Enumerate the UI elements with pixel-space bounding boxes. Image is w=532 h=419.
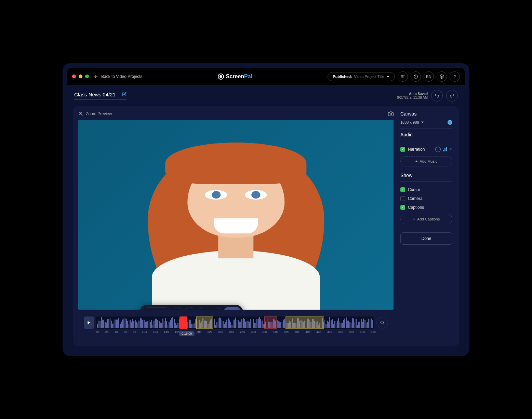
play-icon xyxy=(87,321,91,325)
checkbox-checked-icon: ✓ xyxy=(400,205,405,210)
done-button[interactable]: Done xyxy=(400,232,452,245)
timeline-tick: 24s xyxy=(218,330,223,334)
snapshot-button[interactable] xyxy=(388,111,394,117)
layers-icon xyxy=(439,74,444,79)
timeline-tick: 44s xyxy=(327,330,332,334)
timeline-tick: 46s xyxy=(338,330,343,334)
camera-toggle[interactable]: Camera xyxy=(400,194,452,203)
timeline-tick: 12s xyxy=(153,330,158,334)
language-button[interactable]: EN xyxy=(424,71,434,82)
info-icon[interactable]: ! xyxy=(435,147,441,152)
timeline-tick: 52s xyxy=(371,330,376,334)
minimize-window[interactable] xyxy=(79,75,82,78)
arrow-left-icon xyxy=(94,74,98,79)
project-title[interactable]: Class News 04/21 xyxy=(74,92,127,100)
history-button[interactable] xyxy=(411,71,421,82)
autosave-status: Auto Saved 9/27/22 at 11:38 AM xyxy=(397,92,428,99)
back-button[interactable]: Back to Video Projects xyxy=(94,74,143,79)
timeline-cut-marker[interactable] xyxy=(179,316,187,329)
maximize-window[interactable] xyxy=(85,75,89,78)
timeline-tick: 50s xyxy=(360,330,365,334)
timeline-tick: 40s xyxy=(305,330,310,334)
timeline-tick: 34s xyxy=(273,330,278,334)
timeline-track[interactable] xyxy=(96,316,374,329)
svg-point-1 xyxy=(390,113,391,115)
cut-help-button[interactable]: ? xyxy=(172,307,183,310)
layers-button[interactable] xyxy=(437,71,447,82)
timeline-region-3[interactable] xyxy=(285,316,324,329)
back-label: Back to Video Projects xyxy=(101,74,143,79)
checkbox-unchecked-icon xyxy=(400,196,405,201)
cursor-toggle[interactable]: ✓ Cursor xyxy=(400,185,452,194)
audio-level-icon[interactable] xyxy=(443,147,447,151)
plus-icon: + xyxy=(413,217,415,221)
timeline-tick: 48s xyxy=(349,330,354,334)
timeline-ticks: 0s2s4s6s8s10s12s14s16s18s20s22s24s26s28s… xyxy=(84,329,388,334)
audio-section-title: Audio xyxy=(400,132,452,137)
timeline-tick: 22s xyxy=(207,330,212,334)
timeline-tick: 32s xyxy=(262,330,267,334)
timeline-tick: 2s xyxy=(105,330,109,334)
title-row: Class News 04/21 Auto Saved 9/27/22 at 1… xyxy=(67,85,465,106)
window-controls xyxy=(72,75,89,78)
cut-toolbar: ✂ 1.16 sec ? Cancel OK xyxy=(140,305,243,310)
waveform xyxy=(96,316,374,329)
right-sidebar: Canvas 1638 x 986 Audio ✓ Narration ! + … xyxy=(399,106,454,340)
add-music-button[interactable]: + Add Music xyxy=(400,156,452,166)
playhead-time-badge: 0:16:00 xyxy=(179,331,195,336)
edit-icon[interactable] xyxy=(122,92,127,97)
timeline-tick: 26s xyxy=(229,330,234,334)
timeline-region-2[interactable] xyxy=(264,316,277,329)
preview-frame-content xyxy=(78,120,394,310)
list-icon xyxy=(400,74,405,79)
redo-icon xyxy=(449,93,455,98)
video-preview[interactable]: ✂ 1.16 sec ? Cancel OK xyxy=(78,120,394,310)
redo-button[interactable] xyxy=(446,90,458,102)
history-icon xyxy=(413,74,418,79)
canvas-color-swatch[interactable] xyxy=(448,120,452,125)
cut-cancel-button[interactable]: Cancel xyxy=(197,307,221,310)
cut-ok-button[interactable]: OK xyxy=(224,307,241,310)
cut-play-button[interactable] xyxy=(185,307,195,310)
timeline-tick: 28s xyxy=(240,330,245,334)
canvas-section-title: Canvas xyxy=(400,111,452,117)
timeline-tick: 38s xyxy=(294,330,300,334)
list-button[interactable] xyxy=(398,71,408,82)
app-logo: ScreenPal xyxy=(218,73,252,80)
timeline-tick: 8s xyxy=(133,330,136,334)
canvas-dimensions-dropdown[interactable]: 1638 x 986 xyxy=(400,120,452,125)
timeline: 0s2s4s6s8s10s12s14s16s18s20s22s24s26s28s… xyxy=(78,310,394,336)
timeline-tick: 14s xyxy=(164,330,169,334)
timeline-tick: 4s xyxy=(115,330,118,334)
timeline-play-button[interactable] xyxy=(84,316,94,329)
svg-point-2 xyxy=(381,321,383,324)
add-captions-button[interactable]: + Add Captions xyxy=(400,214,452,224)
timeline-region-1[interactable] xyxy=(196,316,213,329)
main-panel: Zoom Preview ✂ xyxy=(73,106,459,346)
timeline-zoom-button[interactable] xyxy=(376,317,388,328)
magnifier-icon xyxy=(380,320,385,325)
help-button[interactable]: ? xyxy=(450,71,460,82)
preview-column: Zoom Preview ✂ xyxy=(78,106,394,340)
plus-icon: + xyxy=(415,159,417,163)
timeline-tick: 6s xyxy=(124,330,127,334)
publish-label: Published: xyxy=(333,75,352,79)
undo-icon xyxy=(434,93,440,98)
timeline-tick: 20s xyxy=(197,330,202,334)
publish-dropdown[interactable]: Published: Video Project Title xyxy=(328,72,395,81)
close-window[interactable] xyxy=(72,75,76,78)
chevron-down-icon[interactable] xyxy=(449,148,452,151)
captions-toggle[interactable]: ✓ Captions xyxy=(400,203,452,212)
timeline-tick: 36s xyxy=(283,330,289,334)
narration-toggle[interactable]: ✓ Narration ! xyxy=(400,145,452,154)
publish-title: Video Project Title xyxy=(354,75,384,79)
zoom-preview-label[interactable]: Zoom Preview xyxy=(86,111,112,116)
checkbox-checked-icon: ✓ xyxy=(400,147,405,152)
timeline-tick: 10s xyxy=(142,330,147,334)
undo-button[interactable] xyxy=(431,90,443,102)
chevron-down-icon xyxy=(421,121,424,124)
show-section-title: Show xyxy=(400,173,452,178)
logo-icon xyxy=(218,73,224,80)
topbar: Back to Video Projects ScreenPal Publish… xyxy=(67,68,465,85)
zoom-icon[interactable] xyxy=(78,111,83,116)
